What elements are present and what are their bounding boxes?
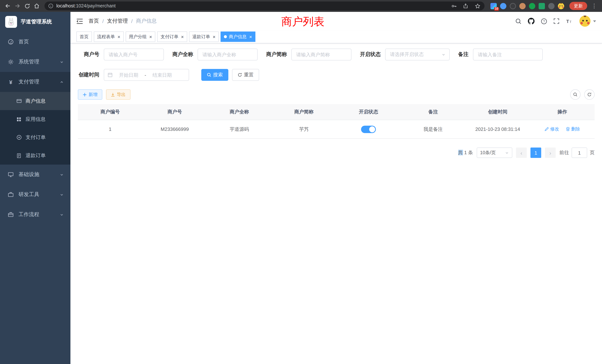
browser-update-button[interactable]: 更新 [569,2,587,10]
field-label: 备注 [458,51,469,58]
user-menu[interactable] [579,16,596,27]
reset-button[interactable]: 重置 [232,69,259,81]
menu-label: 商户信息 [26,98,46,104]
svg-text:T: T [570,20,571,23]
address-bar[interactable]: localhost:1024/pay/merchant [44,1,484,10]
extension-icon[interactable]: 10 [490,3,497,9]
extension-icon[interactable] [548,3,555,9]
page-title-annotation: 商户列表 [281,14,324,29]
cell-full-name: 芋道源码 [207,120,272,139]
profile-avatar-icon[interactable] [558,3,564,9]
close-icon[interactable]: × [118,34,120,39]
toggle-search-button[interactable] [570,89,580,100]
page-unit-label: 页 [590,149,595,156]
sidebar-item-refund-order[interactable]: 退款订单 [0,146,70,165]
status-select[interactable]: 请选择开启状态 [385,49,450,60]
extension-icon[interactable] [510,3,516,9]
github-icon[interactable] [528,18,535,24]
refresh-table-button[interactable] [584,89,595,100]
page-1-button[interactable]: 1 [530,148,541,158]
close-icon[interactable]: × [213,34,215,39]
share-icon[interactable] [461,1,470,11]
sidebar-item-payment[interactable]: ¥ 支付管理 [0,72,70,92]
tab-process-form[interactable]: 流程表单 × [94,32,124,42]
sidebar-item-pay-order[interactable]: 支付订单 [0,128,70,146]
password-key-icon[interactable] [449,1,459,11]
breadcrumb-payment[interactable]: 支付管理 [107,18,128,24]
app-logo[interactable]: 芋道管理系统 [0,12,70,32]
remark-input[interactable] [473,49,543,60]
fullscreen-icon[interactable] [553,18,559,24]
merchant-no-input[interactable] [104,49,164,60]
menu-label: 工作流程 [19,211,39,218]
edit-button[interactable]: 修改 [545,126,559,132]
field-label: 商户全称 [172,51,193,58]
sidebar-item-workflow[interactable]: 工作流程 [0,205,70,225]
full-name-input[interactable] [198,49,258,60]
browser-menu-icon[interactable]: ⋮ [589,1,599,11]
page-size-select[interactable]: 10条/页 [477,148,512,158]
add-button[interactable]: 新增 [78,89,102,100]
tab-user-group[interactable]: 用户分组 × [126,32,155,42]
breadcrumb-separator: / [131,18,133,24]
table-header-row: 商户编号 商户号 商户全称 商户简称 开启状态 备注 创建时间 操作 [78,104,595,120]
breadcrumb: 首页 / 支付管理 / 商户信息 [89,18,157,24]
next-page-button[interactable]: › [545,148,556,158]
chevron-down-icon [60,193,64,197]
chevron-down-icon [60,213,64,217]
sidebar-collapse-icon[interactable] [76,18,83,24]
sidebar-item-infrastructure[interactable]: 基础设施 [0,165,70,185]
browser-reload-button[interactable] [22,1,32,11]
extension-icon[interactable] [500,3,506,9]
date-range-picker[interactable]: - [104,69,189,81]
table-toolbar: 新增 导出 [78,89,595,100]
search-button[interactable]: 搜索 [201,69,228,81]
dashboard-icon [7,39,15,45]
column-header-merchant-no: 商户号 [142,104,207,120]
tab-label: 首页 [80,33,89,40]
date-end-input[interactable] [147,72,177,78]
button-label: 重置 [244,72,254,78]
bookmark-star-icon[interactable] [473,1,482,11]
page-size-value: 10条/页 [480,150,496,156]
browser-back-button[interactable] [3,1,13,11]
delete-button[interactable]: 删除 [566,126,580,132]
tab-merchant-info[interactable]: 商户信息 × [221,32,255,42]
sidebar-item-home[interactable]: 首页 [0,32,70,52]
date-start-input[interactable] [114,72,143,78]
sidebar-item-merchant-info[interactable]: 商户信息 [0,92,70,110]
user-avatar [579,16,591,27]
field-label: 创建时间 [78,72,99,78]
sidebar-item-dev-tools[interactable]: 研发工具 [0,185,70,205]
edit-icon [545,127,549,131]
sidebar-item-system[interactable]: 系统管理 [0,52,70,72]
search-icon [207,73,211,77]
browser-home-button[interactable] [32,1,42,11]
prev-page-button[interactable]: ‹ [516,148,527,158]
export-button[interactable]: 导出 [106,89,130,100]
filter-full-name: 商户全称 [172,49,258,60]
goto-page-input[interactable] [572,148,587,158]
close-icon[interactable]: × [149,34,152,39]
column-header-short-name: 商户简称 [272,104,336,120]
short-name-input[interactable] [291,49,351,60]
breadcrumb-home[interactable]: 首页 [89,18,99,24]
tab-home[interactable]: 首页 [76,32,92,42]
tab-pay-order[interactable]: 支付订单 × [157,32,187,42]
column-header-remark: 备注 [401,104,466,120]
column-header-status: 开启状态 [336,104,401,120]
menu-label: 系统管理 [19,59,39,65]
extension-icon[interactable] [539,3,545,9]
status-toggle[interactable] [361,126,376,133]
extension-icon[interactable] [529,3,535,9]
search-icon[interactable] [515,18,522,24]
tab-refund-order[interactable]: 退款订单 × [189,32,219,42]
close-icon[interactable]: × [181,34,184,39]
browser-forward-button[interactable] [13,1,22,11]
sidebar-item-app-info[interactable]: 应用信息 [0,110,70,128]
font-size-icon[interactable]: TT [566,18,572,24]
extension-icon[interactable] [519,3,526,9]
site-info-icon[interactable] [48,3,53,9]
close-icon[interactable]: × [249,34,252,39]
help-icon[interactable]: ? [541,18,547,24]
